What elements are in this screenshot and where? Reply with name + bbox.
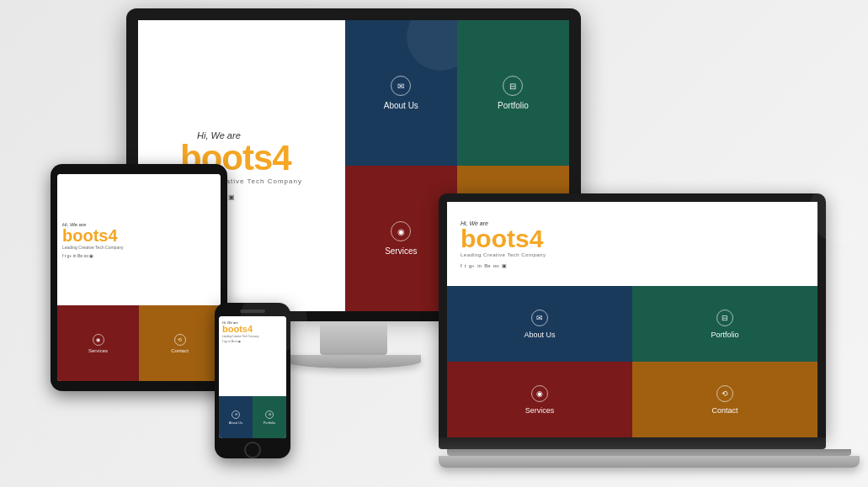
laptop-services-tile[interactable]: ◉ Services [447,362,632,437]
tablet-services-tile[interactable]: ◉ Services [57,305,139,381]
monitor-brand-number: 4 [272,138,290,177]
tablet-device: Hi, We are boots4 Leading Creative Tech … [51,164,227,391]
phone-portfolio-label: Portfolio [264,421,276,425]
tablet-frame: Hi, We are boots4 Leading Creative Tech … [51,164,227,391]
tablet-brand-number: 4 [108,226,117,245]
laptop-brand-number: 4 [530,225,544,252]
tablet-services-label: Services [88,348,108,353]
tablet-nav: ◉ Services ⟲ Contact [57,305,221,381]
monitor-portfolio-label: Portfolio [498,101,529,110]
laptop-bottom [439,456,860,468]
laptop-social: f t g+ in Be oo ▣ [461,262,804,268]
tablet-screen: Hi, We are boots4 Leading Creative Tech … [57,174,221,381]
laptop-contact-label: Contact [711,406,738,415]
laptop-portfolio-tile[interactable]: ⊟ Portfolio [632,286,817,362]
phone-portfolio-tile[interactable]: ⊟ Portfolio [253,396,286,438]
laptop-services-label: Services [525,406,555,415]
tablet-services-icon: ◉ [93,334,104,346]
laptop-hinge [447,449,851,456]
monitor-services-label: Services [385,246,417,256]
phone-screen: Hi, We are boots4 Leading Creative Tech … [219,316,286,438]
phone-about-tile[interactable]: ✉ About Us [219,396,253,438]
tablet-contact-tile[interactable]: ⟲ Contact [139,305,221,381]
monitor-stand-base [286,355,421,368]
scene: Hi, We are boots4 Leading Creative Tech … [0,0,868,487]
phone-nav: ✉ About Us ⊟ Portfolio [219,396,286,438]
tablet-tagline: Leading Creative Tech Company [62,245,216,250]
laptop-services-icon: ◉ [531,385,548,402]
phone-device: Hi, We are boots4 Leading Creative Tech … [215,303,290,458]
monitor-portfolio-icon: ⊟ [503,76,523,96]
tablet-contact-label: Contact [171,348,189,353]
laptop-nav: ✉ About Us ⊟ Portfolio ◉ Services ⟲ Cont… [447,286,817,437]
tablet-contact-icon: ⟲ [174,334,186,346]
laptop-portfolio-icon: ⊟ [716,310,733,326]
phone-portfolio-icon: ⊟ [265,410,274,419]
phone-home-button[interactable] [244,442,261,458]
laptop-base [439,437,826,449]
laptop-about-tile[interactable]: ✉ About Us [447,286,632,362]
monitor-portfolio-tile[interactable]: ⊟ Portfolio [457,20,569,166]
laptop-brand-name: boots [461,225,530,252]
laptop-contact-icon: ⟲ [716,385,733,402]
monitor-stand-neck [320,321,387,355]
phone-about-label: About Us [229,421,242,425]
laptop-site-top: Hi, We are boots4 Leading Creative Tech … [447,202,817,286]
laptop-screen: Hi, We are boots4 Leading Creative Tech … [447,202,817,437]
laptop-contact-tile[interactable]: ⟲ Contact [632,362,817,437]
laptop-device: Hi, We are boots4 Leading Creative Tech … [439,193,860,468]
tablet-brand: boots4 [62,227,216,244]
monitor-about-label: About Us [384,101,418,110]
laptop-brand: boots4 [461,226,804,251]
tablet-site-top: Hi, We are boots4 Leading Creative Tech … [57,174,221,305]
monitor-about-tile[interactable]: ✉ About Us [345,20,457,166]
laptop-about-label: About Us [524,331,555,339]
laptop-lid: Hi, We are boots4 Leading Creative Tech … [439,193,826,437]
tablet-social: f t g+ in Be oo ▣ [62,253,216,258]
phone-about-icon: ✉ [232,410,240,419]
laptop-portfolio-label: Portfolio [711,331,738,339]
laptop-about-icon: ✉ [531,310,548,326]
laptop-tagline: Leading Creative Tech Company [461,252,804,257]
monitor-services-icon: ◉ [391,221,411,241]
monitor-about-icon: ✉ [391,76,411,96]
phone-frame: Hi, We are boots4 Leading Creative Tech … [215,303,290,458]
tablet-brand-name: boots [62,226,108,245]
